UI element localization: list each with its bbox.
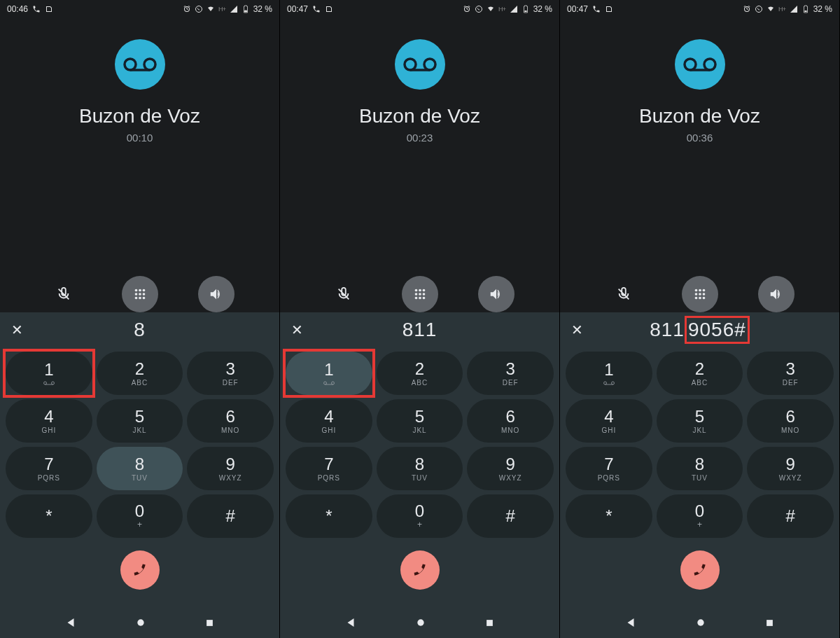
svg-rect-35 [486, 620, 493, 626]
svg-point-9 [142, 293, 145, 296]
speaker-button[interactable] [478, 276, 514, 312]
phone-icon [312, 5, 321, 13]
nav-home-icon[interactable] [695, 617, 706, 628]
dialpad-key-2[interactable]: 2ABC [97, 352, 183, 395]
battery-percent: 32 % [253, 4, 272, 14]
call-actions [0, 276, 279, 312]
dialpad-key-8[interactable]: 8TUV [97, 447, 183, 490]
svg-point-37 [685, 59, 696, 70]
dialpad-key-6[interactable]: 6MNO [467, 399, 554, 443]
close-icon[interactable]: ✕ [571, 321, 588, 338]
dialpad-key-6[interactable]: 6MNO [187, 399, 274, 443]
hangup-button[interactable] [120, 550, 160, 590]
dialed-number: 811 [308, 319, 548, 341]
svg-point-20 [424, 59, 435, 70]
svg-point-29 [419, 297, 421, 300]
dialpad-key-5[interactable]: 5JKL [377, 399, 463, 443]
dialpad-key-7[interactable]: 7PQRS [286, 447, 372, 490]
hangup-button[interactable] [400, 550, 440, 590]
hangup-button[interactable] [680, 550, 720, 590]
phone-screen: 00:47 H+ 32 % Buzon de Voz 00:36 ✕ 81 [560, 0, 840, 638]
nav-recent-icon[interactable] [764, 618, 775, 628]
dialpad-key-5[interactable]: 5JKL [657, 399, 743, 443]
signal-icon [230, 5, 238, 13]
dialpad-key-0[interactable]: 0+ [97, 494, 183, 538]
svg-point-22 [414, 289, 417, 292]
dialpad-key-1[interactable]: 1 [286, 352, 372, 395]
dialpad-key-2[interactable]: 2ABC [377, 352, 463, 395]
keypad-button[interactable] [122, 276, 158, 312]
battery-icon [522, 5, 530, 13]
status-bar: 00:47 H+ 32 % [560, 0, 839, 18]
dialpad-key-#[interactable]: # [747, 494, 834, 538]
svg-point-26 [419, 293, 421, 296]
dialed-highlight: 9056# [685, 316, 750, 344]
navbar [0, 607, 279, 638]
network-type: H+ [498, 6, 506, 13]
dialpad: ✕ 811 12ABC3DEF4GHI5JKL6MNO7PQRS8TUV9WXY… [280, 312, 559, 638]
nav-home-icon[interactable] [135, 617, 146, 628]
close-icon[interactable]: ✕ [291, 321, 308, 338]
svg-point-2 [144, 59, 155, 70]
dialpad-key-#[interactable]: # [187, 494, 274, 538]
dialpad-key-8[interactable]: 8TUV [657, 447, 743, 490]
dialpad-key-4[interactable]: 4GHI [6, 399, 92, 443]
dialpad: ✕ 8119056# 12ABC3DEF4GHI5JKL6MNO7PQRS8TU… [560, 312, 839, 638]
dialpad-key-4[interactable]: 4GHI [566, 399, 652, 443]
signal-icon [510, 5, 518, 13]
dialpad-key-4[interactable]: 4GHI [286, 399, 372, 443]
nav-back-icon[interactable] [344, 616, 357, 629]
dialpad-key-0[interactable]: 0+ [657, 494, 743, 538]
network-type: H+ [218, 6, 226, 13]
nav-back-icon[interactable] [624, 616, 637, 629]
status-time: 00:47 [287, 4, 308, 14]
close-icon[interactable]: ✕ [11, 321, 28, 338]
dialpad-key-1[interactable]: 1 [566, 352, 652, 395]
dialpad-key-9[interactable]: 9WXYZ [187, 447, 274, 490]
voicemail-icon [323, 380, 335, 386]
svg-point-28 [414, 297, 417, 300]
svg-point-32 [331, 382, 334, 384]
svg-point-1 [125, 59, 136, 70]
wifi-icon [486, 5, 495, 13]
status-bar: 00:46 H+ 32 % [0, 0, 279, 18]
dialpad-key-3[interactable]: 3DEF [747, 352, 834, 395]
nav-recent-icon[interactable] [204, 618, 215, 628]
svg-point-50 [611, 382, 614, 384]
dialpad-key-*[interactable]: * [566, 494, 652, 538]
dialpad-grid: 12ABC3DEF4GHI5JKL6MNO7PQRS8TUV9WXYZ*0+# [280, 347, 559, 542]
mute-button[interactable] [326, 276, 362, 312]
dialpad-key-*[interactable]: * [6, 494, 92, 538]
mute-button[interactable] [606, 276, 642, 312]
viber-icon [475, 5, 483, 13]
dialpad-key-6[interactable]: 6MNO [747, 399, 834, 443]
svg-point-49 [603, 382, 606, 384]
dialpad-key-*[interactable]: * [286, 494, 372, 538]
nav-recent-icon[interactable] [484, 618, 495, 628]
svg-point-52 [697, 619, 704, 625]
nav-back-icon[interactable] [64, 616, 77, 629]
dialpad-key-8[interactable]: 8TUV [377, 447, 463, 490]
dialpad-key-1[interactable]: 1 [6, 352, 92, 395]
svg-point-16 [137, 619, 144, 625]
svg-point-7 [134, 293, 137, 296]
dialpad-key-0[interactable]: 0+ [377, 494, 463, 538]
dialpad-key-7[interactable]: 7PQRS [566, 447, 652, 490]
dialpad-key-3[interactable]: 3DEF [187, 352, 274, 395]
keypad-button[interactable] [402, 276, 438, 312]
dialpad-key-9[interactable]: 9WXYZ [747, 447, 834, 490]
nav-home-icon[interactable] [415, 617, 426, 628]
dialpad-key-7[interactable]: 7PQRS [6, 447, 92, 490]
dialpad-key-5[interactable]: 5JKL [97, 399, 183, 443]
svg-point-44 [699, 293, 701, 296]
dialpad-key-3[interactable]: 3DEF [467, 352, 554, 395]
speaker-button[interactable] [758, 276, 794, 312]
dialpad-key-#[interactable]: # [467, 494, 554, 538]
dialpad-key-9[interactable]: 9WXYZ [467, 447, 554, 490]
dialpad-key-2[interactable]: 2ABC [657, 352, 743, 395]
mute-button[interactable] [46, 276, 82, 312]
alarm-icon [463, 5, 471, 13]
keypad-button[interactable] [682, 276, 718, 312]
svg-point-13 [43, 382, 46, 384]
speaker-button[interactable] [198, 276, 234, 312]
